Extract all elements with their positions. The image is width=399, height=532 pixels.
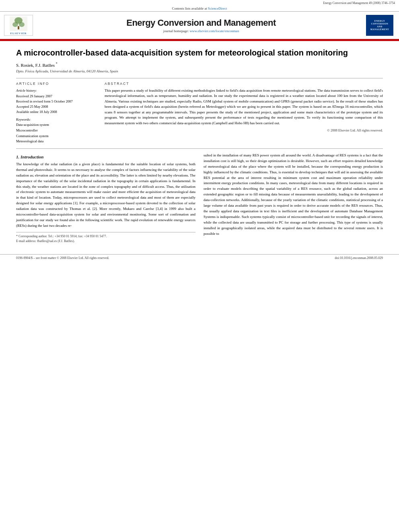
journal-header: Energy Conversion and Management 49 (200… (0, 0, 399, 40)
received-date: Received 29 January 2007 (16, 94, 97, 99)
intro-left-text: The knowledge of the solar radiation (in… (16, 162, 195, 229)
homepage-link[interactable]: www.elsevier.com/locate/enconman (189, 29, 239, 33)
article-title: A microcontroller-based data-acquisition… (16, 47, 383, 58)
intro-section-title: 1. Introduction (16, 154, 195, 159)
elsevier-logo-image: ELSEVIER (4, 15, 33, 36)
keywords-section: Keywords: Data-acquisition system Microc… (16, 117, 97, 144)
authors-text: S. Rosiek, F.J. Batlles (16, 63, 55, 68)
svg-rect-4 (18, 26, 19, 29)
online-date: Available online 18 July 2008 (16, 109, 97, 115)
journal-homepage: journal homepage: www.elsevier.com/locat… (36, 29, 366, 33)
elsevier-text: ELSEVIER (10, 32, 27, 35)
intro-right-text: sulted in the installation of many RES p… (204, 153, 383, 237)
body-right-col: sulted in the installation of many RES p… (204, 153, 383, 244)
affiliation-text: Dpto. Física Aplicada, Universidad de Al… (16, 69, 383, 73)
citation-text: Energy Conversion and Management 49 (200… (0, 0, 399, 5)
page: Energy Conversion and Management 49 (200… (0, 0, 399, 532)
energy-logo-text: ENERGYCONVERSIONANDMANAGEMENT (370, 20, 389, 31)
body-columns: 1. Introduction The knowledge of the sol… (16, 153, 383, 244)
footnote-section: * Corresponding author. Tel.: +34 950 01… (16, 232, 195, 244)
journal-header-inner: ELSEVIER Energy Conversion and Managemen… (0, 13, 399, 37)
divider-1 (16, 78, 383, 78)
keyword-4: Meteorological data (16, 139, 97, 144)
article-info-col: ARTICLE INFO Article history: Received 2… (16, 82, 97, 144)
body-left-col: 1. Introduction The knowledge of the sol… (16, 153, 195, 244)
footer-doi: doi:10.1016/j.enconman.2008.05.029 (335, 256, 383, 260)
svg-point-2 (12, 22, 18, 27)
accepted-date: Accepted 25 May 2008 (16, 104, 97, 109)
footer-issn: 0196-8904/$ – see front matter © 2008 El… (16, 256, 109, 260)
article-info-label: ARTICLE INFO (16, 82, 97, 86)
content-area: A microcontroller-based data-acquisition… (0, 41, 399, 250)
sciencedirect-label: Contents lists available at (172, 6, 207, 10)
author-note: * (56, 62, 58, 66)
footnote-corresponding: * Corresponding author. Tel.: +34 950 01… (16, 234, 195, 239)
abstract-text: This paper presents a study of feasibili… (105, 88, 383, 126)
sciencedirect-link[interactable]: ScienceDirect (208, 6, 227, 10)
elsevier-logo: ELSEVIER (4, 15, 36, 36)
abstract-label: ABSTRACT (105, 82, 383, 86)
keywords-label: Keywords: (16, 117, 97, 121)
copyright-line: © 2008 Elsevier Ltd. All rights reserved… (105, 128, 383, 132)
sciencedirect-bar: Contents lists available at ScienceDirec… (0, 5, 399, 12)
article-info-block: Article history: Received 29 January 200… (16, 88, 97, 115)
homepage-label: journal homepage: (163, 29, 189, 33)
energy-logo-box: ENERGYCONVERSIONANDMANAGEMENT (366, 15, 393, 36)
history-label: Article history: (16, 88, 97, 93)
elsevier-tree-icon (10, 16, 27, 31)
keyword-3: Communication system (16, 134, 97, 139)
divider-2 (16, 148, 383, 149)
article-info-abstract: ARTICLE INFO Article history: Received 2… (16, 82, 383, 144)
footnote-email: E-mail address: fbatlles@ual.es (F.J. Ba… (16, 239, 195, 244)
keyword-1: Data-acquisition system (16, 122, 97, 128)
abstract-col: ABSTRACT This paper presents a study of … (105, 82, 383, 144)
keyword-2: Microcontroller (16, 128, 97, 134)
journal-title: Energy Conversion and Management (36, 18, 366, 28)
svg-point-3 (19, 22, 25, 27)
page-footer: 0196-8904/$ – see front matter © 2008 El… (0, 254, 399, 261)
revised-date: Received in revised form 5 October 2007 (16, 99, 97, 104)
citation-label: Energy Conversion and Management 49 (200… (323, 1, 395, 5)
authors-line: S. Rosiek, F.J. Batlles * (16, 62, 383, 68)
energy-logo: ENERGYCONVERSIONANDMANAGEMENT (366, 15, 395, 36)
journal-title-section: Energy Conversion and Management journal… (36, 18, 366, 33)
